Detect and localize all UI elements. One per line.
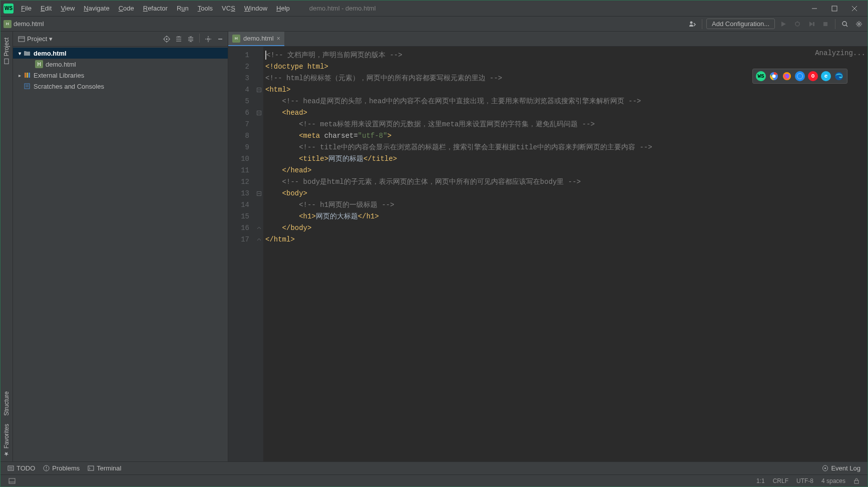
window-maximize-button[interactable] — [824, 2, 844, 16]
svg-rect-46 — [25, 84, 30, 89]
svg-point-5 — [795, 22, 799, 26]
editor-tab[interactable]: H demo.html × — [228, 32, 284, 46]
tree-root[interactable]: ▾ demo.html — [13, 48, 228, 59]
readonly-lock-icon[interactable] — [849, 478, 863, 484]
analysis-status: Analyzing... — [815, 48, 865, 59]
chevron-right-icon: ▸ — [16, 73, 23, 78]
menu-navigate[interactable]: Navigate — [79, 3, 114, 14]
window-title: demo.html - demo.html — [309, 5, 376, 12]
project-tree[interactable]: ▾ demo.html H demo.html ▸ External Libra… — [13, 47, 228, 461]
svg-rect-10 — [823, 22, 827, 26]
menu-view[interactable]: View — [56, 3, 79, 14]
editor: H demo.html × 1234567891011121314151617 … — [228, 32, 867, 461]
debug-button[interactable] — [792, 19, 803, 30]
menu-code[interactable]: Code — [114, 3, 139, 14]
code-editor[interactable]: 1234567891011121314151617 <!-- 文档声明，声明当前… — [228, 47, 867, 461]
menu-run[interactable]: Run — [172, 3, 193, 14]
svg-rect-67 — [88, 466, 94, 470]
menu-edit[interactable]: Edit — [36, 3, 56, 14]
project-tool-header: Project ▾ — [13, 32, 228, 47]
expand-all-icon[interactable] — [173, 34, 184, 45]
svg-point-4 — [690, 21, 693, 24]
menu-refactor[interactable]: Refactor — [139, 3, 172, 14]
svg-rect-22 — [5, 59, 9, 64]
editor-tabs: H demo.html × — [228, 32, 867, 47]
search-everywhere-button[interactable] — [839, 19, 850, 30]
window-minimize-button[interactable] — [804, 2, 824, 16]
scratches-icon — [23, 82, 31, 90]
open-in-safari-icon[interactable] — [795, 71, 805, 81]
window-close-button[interactable] — [844, 2, 864, 16]
open-in-ie-icon[interactable]: e — [821, 71, 831, 81]
tree-scratches[interactable]: Scratches and Consoles — [13, 81, 228, 92]
html-file-icon: H — [4, 20, 12, 28]
tool-settings-icon[interactable] — [203, 34, 214, 45]
svg-rect-23 — [19, 37, 25, 42]
menu-tools[interactable]: Tools — [193, 3, 217, 14]
hide-tool-icon[interactable] — [215, 34, 226, 45]
svg-point-66 — [46, 469, 47, 470]
svg-rect-9 — [813, 22, 814, 26]
bottom-tool-stripe: TODO Problems Terminal Event Log — [1, 461, 867, 474]
tool-structure-button[interactable]: Structure — [3, 387, 10, 420]
show-tool-windows-button[interactable] — [5, 477, 20, 484]
run-with-coverage-button[interactable] — [806, 19, 817, 30]
terminal-tool-button[interactable]: Terminal — [84, 463, 125, 473]
svg-rect-72 — [854, 480, 858, 483]
open-in-opera-icon[interactable]: O — [808, 71, 818, 81]
svg-point-13 — [858, 23, 860, 25]
svg-line-12 — [846, 25, 847, 27]
run-button[interactable] — [778, 19, 789, 30]
code-with-me-icon[interactable] — [687, 19, 698, 30]
todo-tool-button[interactable]: TODO — [4, 463, 39, 473]
run-configuration-dropdown[interactable]: Add Configuration... — [706, 19, 775, 29]
file-encoding[interactable]: UTF-8 — [792, 477, 817, 484]
line-separator[interactable]: CRLF — [769, 477, 792, 484]
browser-preview-bar: WS O e — [752, 69, 847, 84]
collapse-all-icon[interactable] — [185, 34, 196, 45]
tool-project-button[interactable]: Project — [3, 34, 10, 68]
breadcrumb[interactable]: H demo.html — [4, 20, 44, 28]
tree-external-libraries[interactable]: ▸ External Libraries — [13, 70, 228, 81]
library-icon — [23, 71, 31, 79]
locate-file-icon[interactable] — [161, 34, 172, 45]
open-in-webstorm-icon[interactable]: WS — [756, 71, 766, 81]
left-tool-stripe: Project Structure ★ Favorites — [1, 32, 13, 461]
code-content[interactable]: <!-- 文档声明，声明当前网页的版本 --><!doctype html><!… — [263, 47, 867, 461]
svg-point-11 — [842, 22, 846, 26]
chevron-down-icon: ▾ — [16, 51, 23, 56]
problems-tool-button[interactable]: Problems — [39, 463, 84, 473]
menu-file[interactable]: File — [17, 3, 36, 14]
project-tool-window: Project ▾ ▾ demo.html H d — [13, 32, 228, 461]
project-view-dropdown[interactable]: Project ▾ — [15, 34, 56, 44]
open-in-firefox-icon[interactable] — [782, 71, 792, 81]
editor-tab-label: demo.html — [243, 35, 274, 42]
svg-point-69 — [824, 467, 826, 469]
svg-rect-70 — [9, 478, 15, 483]
app-icon: WS — [4, 4, 14, 14]
menu-vcs[interactable]: VCS — [217, 3, 240, 14]
cursor-position[interactable]: 1:1 — [752, 477, 769, 484]
html-file-icon: H — [232, 35, 240, 43]
menu-window[interactable]: Window — [240, 3, 272, 14]
navigation-bar: H demo.html Add Configuration... — [1, 17, 867, 32]
close-tab-icon[interactable]: × — [277, 35, 280, 42]
open-in-chrome-icon[interactable] — [769, 71, 779, 81]
indent-settings[interactable]: 4 spaces — [817, 477, 849, 484]
event-log-button[interactable]: Event Log — [818, 463, 864, 473]
tree-scratches-label: Scratches and Consoles — [34, 83, 104, 90]
svg-point-60 — [835, 72, 843, 80]
menu-help[interactable]: Help — [272, 3, 294, 14]
tree-root-label: demo.html — [34, 50, 67, 57]
fold-column[interactable] — [254, 47, 263, 461]
settings-button[interactable] — [853, 19, 864, 30]
open-in-edge-icon[interactable] — [834, 71, 844, 81]
html-file-icon: H — [35, 60, 43, 68]
svg-point-37 — [207, 38, 209, 40]
tree-file-label: demo.html — [46, 61, 76, 68]
tree-file[interactable]: H demo.html — [13, 59, 228, 70]
stop-button[interactable] — [820, 19, 831, 30]
svg-rect-1 — [832, 6, 837, 11]
tool-favorites-button[interactable]: ★ Favorites — [3, 420, 10, 461]
svg-line-20 — [860, 22, 861, 23]
